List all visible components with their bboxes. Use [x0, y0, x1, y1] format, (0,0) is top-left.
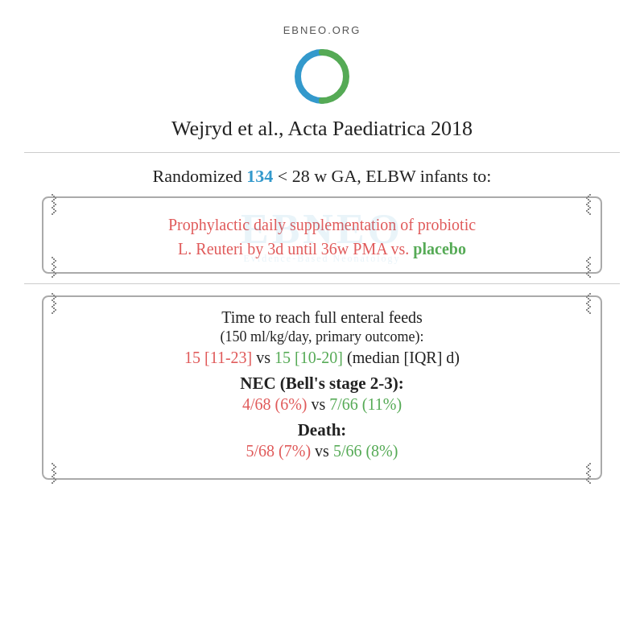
nec-probiotic-val: 4/68 (6%) [242, 395, 308, 413]
nec-vs: vs [311, 395, 329, 413]
curly-tr: ⧙ [583, 192, 596, 217]
primary-probiotic-val: 15 [11-23] [184, 349, 252, 366]
curly-br: ⧙ [583, 254, 596, 280]
randomized-label: Randomized [153, 166, 242, 186]
primary-outcome-label: Time to reach full enteral feeds [60, 308, 584, 327]
randomized-row: Randomized 134 < 28 w GA, ELBW infants t… [153, 166, 492, 187]
nec-values: 4/68 (6%) vs 7/66 (11%) [60, 395, 584, 414]
intervention-line1: Prophylactic daily supplementation of pr… [168, 216, 476, 233]
page-wrapper: EBNEO.ORG Wejryd et al., Acta Paediatric… [0, 0, 644, 644]
out-curly-bl: ⧘ [48, 460, 61, 486]
divider-top [24, 152, 620, 153]
intervention-box: ⧘ ⧙ ⧘ ⧙ EBNEO Evidence-Based Neonatology… [42, 196, 602, 274]
placebo-label: placebo [413, 240, 466, 258]
paper-title: Wejryd et al., Acta Paediatrica 2018 [171, 117, 473, 141]
primary-vs: vs [256, 349, 275, 366]
logo [290, 44, 354, 109]
nec-placebo-val: 7/66 (11%) [329, 395, 402, 413]
death-placebo-val: 5/66 (8%) [333, 442, 398, 460]
randomized-number: 134 [246, 166, 273, 186]
death-probiotic-val: 5/68 (7%) [246, 442, 312, 460]
outcomes-box: ⧘ ⧙ ⧘ ⧙ Time to reach full enteral feeds… [42, 295, 602, 480]
out-curly-br: ⧙ [583, 460, 596, 486]
site-name: EBNEO.ORG [283, 24, 361, 36]
nec-label: NEC (Bell's stage 2-3): [60, 374, 584, 394]
intervention-text: Prophylactic daily supplementation of pr… [68, 213, 576, 261]
death-values: 5/68 (7%) vs 5/66 (8%) [60, 442, 584, 460]
divider-mid [24, 283, 620, 284]
primary-suffix-text: (median [IQR] d) [347, 349, 460, 366]
curly-bl: ⧘ [48, 254, 61, 280]
curly-tl: ⧘ [48, 192, 61, 217]
out-curly-tr: ⧙ [583, 291, 596, 316]
primary-outcome-sublabel: (150 ml/kg/day, primary outcome): [60, 328, 584, 345]
primary-placebo-val: 15 [10-20] [275, 349, 343, 366]
randomized-rest: < 28 w GA, ELBW infants to: [278, 166, 492, 186]
death-vs: vs [315, 442, 333, 460]
death-label: Death: [60, 420, 584, 440]
out-curly-tl: ⧘ [48, 291, 61, 316]
primary-outcome-values: 15 [11-23] vs 15 [10-20] (median [IQR] d… [60, 349, 584, 367]
intervention-line2: L. Reuteri by 3d until 36w PMA vs. [178, 240, 409, 258]
